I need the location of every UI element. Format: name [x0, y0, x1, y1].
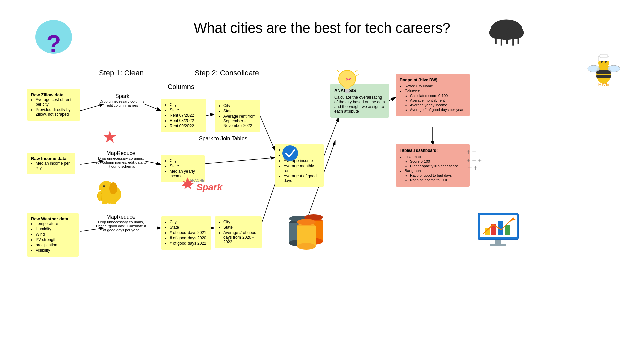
svg-point-19 — [489, 26, 506, 39]
svg-rect-21 — [495, 38, 497, 44]
spark-process: Spark Drop unnecessary columns, edit col… — [99, 93, 146, 107]
svg-rect-75 — [505, 225, 510, 235]
svg-line-7 — [198, 158, 275, 164]
spark-logo: Spark APACHE — [179, 174, 233, 199]
question-icon: ? — [34, 17, 74, 57]
mapreduce1-process: MapReduce Drop unnecessary columns, edit… — [95, 150, 147, 168]
cloud-icon — [486, 17, 527, 50]
weather-box: Raw Weather data: Temperature Humidity W… — [27, 213, 79, 257]
svg-rect-22 — [501, 38, 502, 46]
star-icon: ★ — [102, 127, 117, 147]
svg-point-39 — [103, 185, 105, 187]
income-box: Raw Income data Median income per city — [27, 153, 75, 174]
rent-avg-box: City State Average rent from September -… — [215, 100, 260, 132]
columns-label: Columns — [168, 83, 194, 91]
svg-rect-48 — [345, 91, 350, 93]
svg-point-20 — [506, 26, 524, 39]
svg-text:HIVE: HIVE — [598, 82, 609, 87]
good-days-avg-box: City State Average # of good days from 2… — [215, 216, 262, 248]
svg-line-4 — [260, 116, 275, 151]
svg-text:Spark: Spark — [196, 182, 223, 192]
svg-rect-42 — [111, 202, 116, 204]
tableau-plus-icon: + + + + + + + — [466, 144, 493, 172]
step1-label: Step 1: Clean — [99, 69, 144, 77]
hive-icon: HIVE — [587, 54, 621, 84]
svg-line-51 — [337, 70, 339, 72]
hadoop-icon — [95, 178, 125, 206]
svg-rect-28 — [596, 75, 611, 78]
database-icon — [287, 208, 330, 253]
svg-rect-23 — [506, 38, 508, 44]
svg-rect-47 — [345, 89, 350, 91]
svg-text:?: ? — [46, 30, 61, 57]
svg-rect-24 — [512, 38, 514, 46]
columns-rent-box: City State Rent 07/2022 Rent 08/2022 Ren… — [161, 99, 206, 132]
svg-line-49 — [355, 70, 357, 72]
svg-point-30 — [608, 65, 620, 72]
weather-cols-box: City State # of good days 2021 # of good… — [161, 216, 211, 250]
svg-point-40 — [109, 182, 117, 194]
svg-rect-71 — [490, 244, 506, 246]
mapreduce2-process: MapReduce Drop unnecessary columns, Defi… — [95, 214, 147, 232]
svg-text:+ + +: + + + — [466, 157, 482, 164]
svg-rect-35 — [600, 54, 608, 58]
svg-text:+  +: + + — [468, 164, 478, 171]
tableau-box: Tableau dashboard: Heat-map Score 0-100 … — [396, 144, 470, 187]
svg-line-2 — [144, 104, 161, 111]
svg-rect-25 — [518, 38, 519, 44]
step2-label: Step 2: Consolidate — [195, 69, 259, 77]
svg-text:✂: ✂ — [346, 76, 351, 83]
svg-rect-70 — [495, 240, 501, 244]
spark-join-label: Spark to Join Tables — [198, 136, 248, 142]
svg-line-12 — [322, 117, 339, 161]
svg-line-50 — [356, 75, 359, 75]
zillow-box: Raw Zillow data Average cost of rent per… — [27, 89, 80, 121]
chart-monitor-icon — [476, 211, 520, 249]
lightbulb-icon: ✂ — [335, 69, 359, 97]
svg-point-64 — [297, 219, 316, 225]
svg-text:+  +: + + — [466, 148, 476, 156]
svg-point-45 — [282, 145, 298, 161]
svg-rect-27 — [596, 70, 611, 74]
endpoint-box: Endpoint (Hive DW): Rows: City Name Colu… — [396, 74, 470, 116]
checkmark-icon — [282, 145, 299, 163]
svg-text:APACHE: APACHE — [190, 178, 204, 182]
main-title: What cities are the best for tech career… — [194, 20, 450, 36]
svg-rect-41 — [102, 202, 107, 204]
svg-point-29 — [588, 65, 600, 72]
svg-point-61 — [297, 243, 316, 250]
